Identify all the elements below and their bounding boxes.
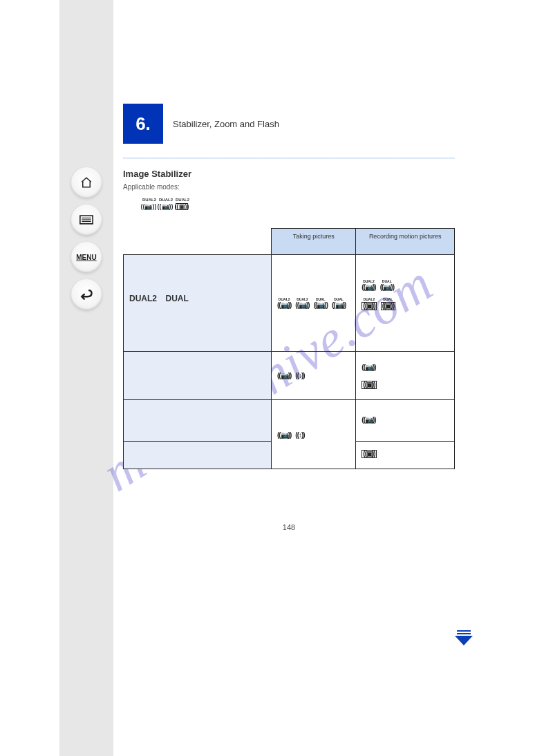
table-row: ((📷)) ((↕)) ((📷))	[124, 400, 455, 442]
body-icon: ((📷))	[277, 432, 291, 439]
contents-button[interactable]	[71, 205, 102, 235]
pictures-cell: DUAL2((📷)) DUAL2((📷)) DUAL((📷)) DUAL((📷)…	[272, 255, 356, 352]
dual2-icon: DUAL2((📷))	[277, 298, 291, 309]
dual-icons-inline: DUAL2((📷)) DUAL2((📷)) DUAL2((▣))	[142, 198, 455, 210]
table-row: DUAL2 DUAL DUAL2((📷)) DUAL2((📷)) DUAL((📷…	[124, 255, 455, 352]
ois-icon: ((📷))	[277, 372, 291, 379]
divider	[123, 158, 455, 159]
dual-label: DUAL	[166, 294, 189, 303]
menu-label: MENU	[76, 254, 96, 261]
list-icon	[79, 215, 93, 225]
motion-cell: ((📷)) ((▣))	[356, 352, 455, 400]
body-icon: ((📷))	[362, 417, 375, 424]
dual-icon: DUAL((📷))	[332, 298, 346, 309]
table-corner	[124, 229, 272, 255]
ois-frame-icon: ((▣))	[362, 381, 376, 389]
setting-cell: DUAL2 DUAL	[124, 255, 272, 352]
chapter-number: 6.	[123, 104, 163, 144]
ois-pan-icon: ((↕))	[295, 372, 304, 379]
ois-icon: ((📷))	[362, 364, 375, 371]
back-button[interactable]	[71, 279, 102, 310]
dual2-icon: DUAL2((📷))	[362, 280, 375, 291]
chapter-title: Stabilizer, Zoom and Flash	[173, 119, 279, 129]
chapter-header: 6. Stabilizer, Zoom and Flash	[123, 104, 455, 144]
svg-rect-5	[457, 633, 471, 634]
dual2-label: DUAL2	[129, 294, 157, 303]
col-motion: Recording motion pictures	[356, 229, 455, 255]
menu-button[interactable]: MENU	[71, 242, 102, 272]
dual2-icon: DUAL2((▣))	[176, 198, 189, 210]
setting-cell	[124, 400, 272, 442]
dual-frame-icon: DUAL((▣))	[381, 298, 395, 310]
dual-icon: DUAL((📷))	[380, 280, 394, 291]
nav-rail: MENU	[59, 0, 113, 756]
motion-cell: DUAL2((📷)) DUAL((📷)) DUAL2((▣)) DUAL((▣)…	[356, 255, 455, 352]
dual2-icon: DUAL2((📷))	[159, 198, 173, 210]
home-icon	[80, 176, 93, 189]
body-frame-icon: ((▣))	[362, 450, 376, 458]
pictures-cell: ((📷)) ((↕))	[272, 400, 356, 469]
svg-marker-6	[455, 636, 473, 645]
dual-icon: DUAL((📷))	[314, 298, 328, 309]
setting-cell	[124, 352, 272, 400]
body-pan-icon: ((↕))	[295, 432, 304, 439]
dual2-frame-icon: DUAL2((▣))	[362, 298, 376, 310]
svg-rect-4	[457, 630, 471, 632]
page-content: 6. Stabilizer, Zoom and Flash Image Stab…	[123, 104, 455, 469]
table-row: ((📷)) ((↕)) ((📷)) ((▣))	[124, 352, 455, 400]
applicable-modes: Applicable modes:	[123, 183, 455, 191]
page-number: 148	[283, 523, 295, 531]
pictures-cell: ((📷)) ((↕))	[272, 352, 356, 400]
setting-cell	[124, 442, 272, 469]
dual2-icon: DUAL2((📷))	[142, 198, 156, 210]
dual2-icon: DUAL2((📷))	[295, 298, 309, 309]
motion-cell: ((📷))	[356, 400, 455, 442]
col-pictures: Taking pictures	[272, 229, 356, 255]
section-title: Image Stabilizer	[123, 169, 455, 179]
motion-cell: ((▣))	[356, 442, 455, 469]
home-button[interactable]	[71, 167, 102, 198]
next-arrow-icon	[455, 630, 473, 645]
stabilizer-modes-table: Taking pictures Recording motion picture…	[123, 228, 455, 469]
back-icon	[79, 289, 93, 300]
